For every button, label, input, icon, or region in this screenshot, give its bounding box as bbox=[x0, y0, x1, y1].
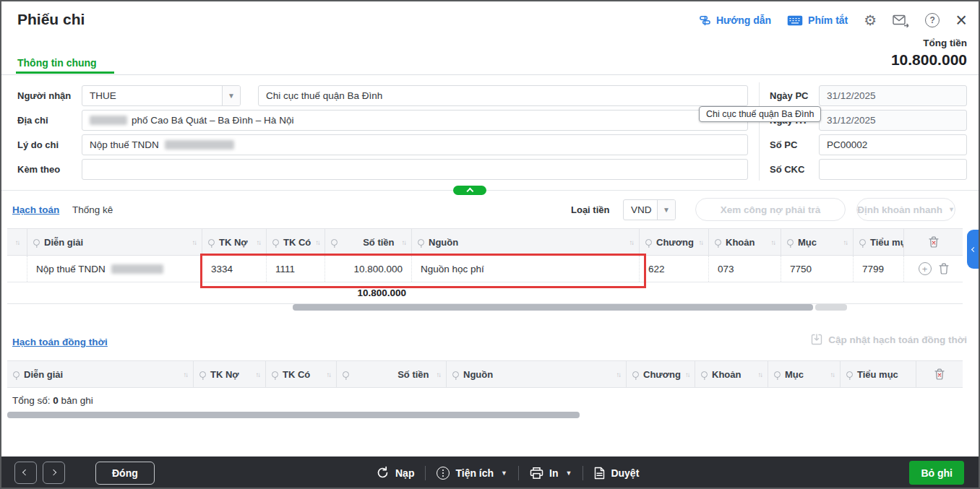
pin-icon[interactable] bbox=[33, 239, 40, 246]
simultaneous-posting-link[interactable]: Hạch toán đồng thời bbox=[12, 337, 108, 347]
pin-icon[interactable] bbox=[272, 239, 279, 246]
column-header-delete-all[interactable] bbox=[904, 229, 963, 255]
approve-button[interactable]: Duyệt bbox=[594, 467, 639, 480]
collapse-form-button[interactable] bbox=[453, 186, 486, 195]
nguoi-nhan-select[interactable]: THUE ▼ bbox=[82, 85, 241, 106]
tab-thong-ke[interactable]: Thống kê bbox=[72, 204, 113, 215]
column-header-muc[interactable]: Mục bbox=[768, 361, 841, 387]
ly-do-chi-value: Nộp thuế TNDN bbox=[90, 139, 159, 150]
column-header-khoan[interactable]: Khoản bbox=[709, 229, 781, 255]
chevron-down-icon[interactable]: ▼ bbox=[657, 200, 675, 220]
column-header-delete-all[interactable] bbox=[916, 361, 963, 387]
sort-icon bbox=[315, 238, 319, 246]
pin-icon[interactable] bbox=[199, 371, 206, 378]
help-icon[interactable]: ? bbox=[925, 13, 940, 27]
column-header-tieu-muc[interactable]: Tiểu mục bbox=[841, 361, 916, 387]
nguoi-nhan-name-input[interactable]: Chi cục thuế quận Ba Đình bbox=[258, 85, 748, 106]
pin-icon[interactable] bbox=[418, 239, 424, 246]
shortcut-link[interactable]: Phím tắt bbox=[787, 14, 848, 26]
pin-icon[interactable] bbox=[787, 239, 794, 246]
cell-muc[interactable]: 7750 bbox=[781, 256, 854, 282]
close-icon[interactable]: × bbox=[955, 14, 967, 27]
column-header-tieu-muc[interactable]: Tiểu mục bbox=[854, 229, 904, 255]
column-header-muc[interactable]: Mục bbox=[781, 229, 854, 255]
pin-icon[interactable] bbox=[701, 371, 708, 378]
pin-icon[interactable] bbox=[715, 239, 721, 246]
column-header-tk-co[interactable]: TK Có bbox=[267, 229, 325, 255]
column-header-chuong[interactable]: Chương bbox=[627, 361, 695, 387]
pin-icon[interactable] bbox=[859, 239, 866, 246]
currency-select[interactable]: VND ▼ bbox=[623, 199, 676, 220]
pin-icon[interactable] bbox=[13, 371, 20, 378]
close-button[interactable]: Đóng bbox=[95, 462, 155, 485]
so-ckc-input[interactable] bbox=[819, 159, 967, 180]
sort-icon bbox=[685, 371, 689, 378]
dia-chi-input[interactable]: phố Cao Bá Quát – Ba Đình – Hà Nội bbox=[82, 110, 748, 131]
sort-icon bbox=[402, 238, 406, 246]
cell-dien-giai[interactable]: Nộp thuế TNDN bbox=[27, 256, 202, 282]
column-header-row-sort[interactable] bbox=[7, 229, 27, 255]
pin-icon[interactable] bbox=[452, 371, 459, 378]
mail-icon[interactable] bbox=[893, 14, 909, 27]
ngay-pc-input[interactable]: 31/12/2025 bbox=[819, 85, 967, 106]
cell-tk-no[interactable]: 3334 bbox=[202, 256, 267, 282]
guide-link[interactable]: Hướng dẫn bbox=[699, 14, 771, 27]
cell-nguon[interactable]: Nguồn học phí bbox=[412, 256, 640, 282]
pin-icon[interactable] bbox=[645, 239, 652, 246]
pin-icon[interactable] bbox=[632, 371, 639, 378]
cell-chuong[interactable]: 622 bbox=[640, 256, 709, 282]
tab-general-info[interactable]: Thông tin chung bbox=[17, 57, 97, 69]
horizontal-scrollbar-track[interactable] bbox=[815, 304, 847, 311]
column-header-khoan[interactable]: Khoản bbox=[695, 361, 768, 387]
print-button[interactable]: In ▼ bbox=[530, 467, 572, 480]
column-header-so-tien[interactable]: Số tiền bbox=[325, 229, 412, 255]
kem-theo-input[interactable] bbox=[82, 159, 748, 180]
ngay-ht-input[interactable]: 31/12/2025 bbox=[819, 110, 967, 131]
cell-tk-co[interactable]: 1111 bbox=[267, 256, 325, 282]
view-payables-button[interactable]: Xem công nợ phải trả bbox=[695, 198, 846, 221]
tab-hach-toan[interactable]: Hạch toán bbox=[12, 204, 59, 215]
next-record-button[interactable] bbox=[43, 462, 65, 484]
ly-do-chi-input[interactable]: Nộp thuế TNDN bbox=[82, 134, 748, 155]
column-header-dien-giai[interactable]: Diễn giải bbox=[27, 229, 202, 255]
column-header-dien-giai[interactable]: Diễn giải bbox=[7, 361, 194, 387]
accounting-table-row[interactable]: Nộp thuế TNDN 3334 1111 10.800.000 Nguồn… bbox=[7, 256, 963, 282]
cell-so-tien[interactable]: 10.800.000 bbox=[325, 256, 412, 282]
pin-icon[interactable] bbox=[343, 371, 349, 378]
pin-icon[interactable] bbox=[272, 371, 278, 378]
pin-icon[interactable] bbox=[774, 371, 781, 378]
column-header-so-tien[interactable]: Số tiền bbox=[337, 361, 447, 387]
pin-icon[interactable] bbox=[208, 239, 215, 246]
refresh-icon bbox=[376, 466, 390, 480]
column-header-tk-no[interactable]: TK Nợ bbox=[202, 229, 267, 255]
nguoi-nhan-name-value: Chi cục thuế quận Ba Đình bbox=[266, 90, 382, 101]
footer-actions: Nạp Tiện ích ▼ In ▼ Duyệt bbox=[376, 456, 639, 489]
column-header-tk-co[interactable]: TK Có bbox=[266, 361, 337, 387]
horizontal-scrollbar-thumb[interactable] bbox=[7, 412, 580, 418]
update-simultaneous-button[interactable]: Cập nhật hạch toán đồng thời bbox=[811, 334, 967, 345]
side-panel-toggle[interactable] bbox=[967, 230, 980, 269]
column-header-tk-no[interactable]: TK Nợ bbox=[194, 361, 266, 387]
unrecord-button[interactable]: Bỏ ghi bbox=[909, 461, 964, 485]
pin-icon[interactable] bbox=[846, 371, 853, 378]
settings-icon[interactable]: ⚙ bbox=[864, 13, 877, 27]
horizontal-scrollbar-thumb[interactable] bbox=[293, 304, 813, 311]
previous-record-button[interactable] bbox=[14, 462, 37, 484]
column-header-chuong[interactable]: Chương bbox=[640, 229, 709, 255]
record-count-suffix: bản ghi bbox=[61, 395, 93, 406]
column-header-nguon[interactable]: Nguồn bbox=[447, 361, 627, 387]
cell-tieu-muc[interactable]: 7799 bbox=[854, 256, 904, 282]
add-row-icon[interactable]: + bbox=[919, 262, 932, 275]
cell-row-selector[interactable] bbox=[7, 256, 27, 282]
pin-icon[interactable] bbox=[331, 239, 338, 246]
quick-entry-button[interactable]: Định khoản nhanh ▼ bbox=[856, 198, 955, 221]
chevron-down-icon[interactable]: ▼ bbox=[222, 86, 240, 105]
footer-toolbar: Đóng Nạp Tiện ích ▼ In ▼ Duyệt bbox=[0, 456, 980, 489]
so-pc-input[interactable]: PC00002 bbox=[819, 134, 967, 155]
trash-icon[interactable] bbox=[939, 263, 949, 274]
utilities-button[interactable]: Tiện ích ▼ bbox=[437, 467, 507, 480]
section-divider bbox=[0, 190, 980, 191]
reload-button[interactable]: Nạp bbox=[376, 466, 414, 480]
column-header-nguon[interactable]: Nguồn bbox=[412, 229, 640, 255]
cell-khoan[interactable]: 073 bbox=[709, 256, 781, 282]
